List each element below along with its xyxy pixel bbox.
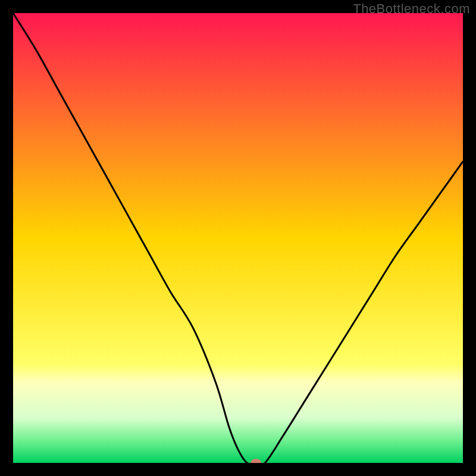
watermark-text: TheBottleneck.com	[353, 1, 470, 17]
chart-container: TheBottleneck.com	[0, 0, 476, 476]
gradient-background	[13, 13, 463, 463]
bottleneck-chart	[0, 0, 476, 476]
